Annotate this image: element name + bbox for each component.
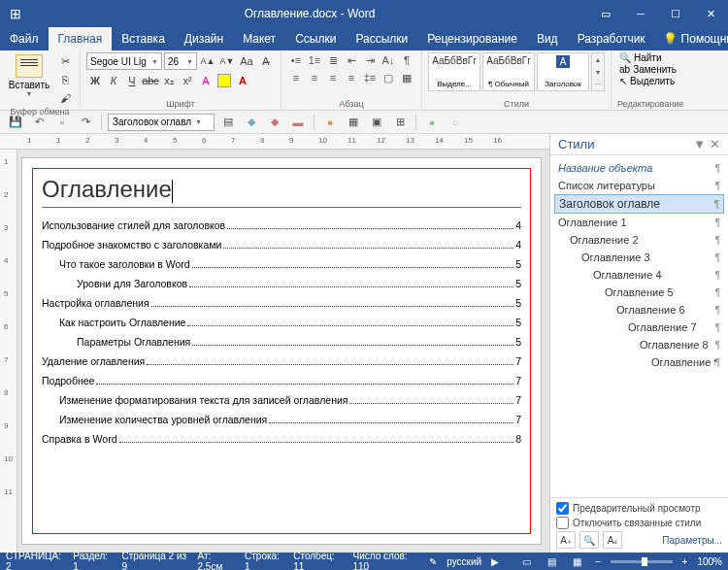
styles-params-link[interactable]: Параметры... — [662, 535, 722, 546]
status-section[interactable]: Раздел: 1 — [73, 551, 112, 570]
toc-entry[interactable]: Справка в Word8 — [42, 433, 521, 445]
style-item[interactable]: Оглавление 4¶ — [550, 266, 728, 284]
qa-btn-4[interactable]: ▬ — [288, 114, 308, 131]
tab-file[interactable]: Файл — [0, 27, 49, 50]
toc-entry[interactable]: Изменение форматирования текста для запи… — [42, 394, 521, 406]
font-color-button[interactable]: A — [234, 72, 251, 89]
toc-entry[interactable]: Подробнее7 — [42, 375, 521, 386]
toc-entry[interactable]: Подробное знакомство с заголовками4 — [42, 239, 521, 251]
status-page[interactable]: СТРАНИЦА: 2 — [6, 551, 63, 570]
toc-entry[interactable]: Уровни для Заголовков5 — [42, 278, 521, 289]
qa-btn-8[interactable]: ● — [422, 114, 442, 131]
vertical-ruler[interactable]: 1234567891011 — [0, 150, 17, 553]
qa-btn-1[interactable]: ▤ — [218, 114, 238, 131]
strikethrough-button[interactable]: abc — [142, 72, 159, 89]
format-painter-button[interactable]: 🖌 — [56, 89, 74, 107]
qa-btn-3[interactable]: ◆ — [265, 114, 284, 131]
select-button[interactable]: ↖Выделить — [617, 76, 684, 86]
status-page-of[interactable]: Страница 2 из 9 — [121, 551, 187, 570]
toc-entry[interactable]: Как настроить Оглавление5 — [42, 317, 521, 328]
qa-btn-5[interactable]: ▦ — [344, 114, 363, 131]
tab-design[interactable]: Дизайн — [175, 27, 233, 50]
document-page[interactable]: Оглавление Использование стилей для заго… — [21, 157, 542, 545]
qa-save-button[interactable]: 💾 — [6, 114, 25, 131]
tab-review[interactable]: Рецензирование — [417, 27, 527, 50]
sort-button[interactable]: A↓ — [380, 52, 397, 68]
superscript-button[interactable]: x² — [179, 72, 196, 89]
disable-linked-checkbox[interactable]: Отключить связанные стили — [556, 517, 722, 529]
toc-entry[interactable]: Изменение количества уровней оглавления7 — [42, 414, 521, 425]
pane-close-icon[interactable]: ✕ — [710, 137, 720, 151]
manage-styles-button[interactable]: Aₐ — [603, 531, 622, 549]
tab-mailings[interactable]: Рассылки — [346, 27, 417, 50]
status-language[interactable]: русский — [447, 556, 481, 567]
ribbon-display-options-button[interactable]: ▭ — [588, 0, 623, 27]
tab-view[interactable]: Вид — [527, 27, 568, 50]
style-item[interactable]: Оглавление 6¶ — [550, 301, 728, 319]
view-web-button[interactable]: ▦ — [570, 554, 585, 568]
toc-entry[interactable]: Удаление оглавления7 — [42, 355, 521, 367]
decrease-indent-button[interactable]: ⇤ — [343, 52, 360, 68]
find-button[interactable]: 🔍Найти — [617, 52, 684, 63]
minimize-button[interactable]: ─ — [623, 0, 658, 27]
replace-button[interactable]: abЗаменить — [617, 64, 684, 75]
zoom-level[interactable]: 100% — [697, 556, 722, 567]
toc-entry[interactable]: Настройка оглавления5 — [42, 297, 521, 309]
preview-checkbox[interactable]: Предварительный просмотр — [556, 502, 722, 515]
qa-btn-7[interactable]: ⊞ — [390, 114, 410, 131]
borders-button[interactable]: ▦ — [398, 70, 415, 85]
justify-button[interactable]: ≡ — [343, 70, 360, 85]
style-item[interactable]: Оглавление 2¶ — [550, 231, 728, 249]
font-size-select[interactable]: 26▼ — [164, 52, 197, 70]
font-name-select[interactable]: Segoe UI Lig▼ — [86, 52, 162, 70]
style-item[interactable]: Оглавление 9¶ — [550, 353, 728, 371]
status-macro-icon[interactable]: ▶ — [491, 556, 499, 567]
grow-font-button[interactable]: A▲ — [199, 52, 216, 70]
multilevel-button[interactable]: ≣ — [324, 52, 342, 68]
style-item[interactable]: Оглавление 3¶ — [550, 249, 728, 266]
close-button[interactable]: ✕ — [693, 0, 728, 27]
align-left-button[interactable]: ≡ — [287, 70, 305, 85]
style-item[interactable]: Оглавление 7¶ — [550, 319, 728, 336]
qa-style-select[interactable]: Заголовок оглавл▼ — [108, 114, 215, 131]
styles-list[interactable]: Название объекта¶Список литературы¶Загол… — [550, 155, 728, 497]
toc-entry[interactable]: Использование стилей для заголовков4 — [42, 219, 521, 231]
cut-button[interactable]: ✂ — [56, 52, 74, 70]
line-spacing-button[interactable]: ‡≡ — [361, 70, 379, 85]
tell-me[interactable]: 💡 Помощник... — [655, 27, 728, 50]
clear-formatting-button[interactable]: A̶ — [257, 52, 275, 70]
qa-new-button[interactable]: ▫ — [52, 114, 72, 131]
italic-button[interactable]: К — [105, 72, 122, 89]
show-marks-button[interactable]: ¶ — [398, 52, 415, 68]
paste-button[interactable]: Вставить ▼ — [6, 52, 52, 97]
status-column[interactable]: Столбец: 11 — [293, 551, 343, 570]
view-read-button[interactable]: ▭ — [518, 554, 534, 568]
numbering-button[interactable]: 1≡ — [306, 52, 323, 68]
zoom-out-button[interactable]: − — [595, 556, 601, 567]
style-item[interactable]: Заголовок оглавле¶ — [554, 194, 724, 214]
align-right-button[interactable]: ≡ — [324, 70, 342, 85]
bullets-button[interactable]: •≡ — [287, 52, 305, 68]
subscript-button[interactable]: x₂ — [160, 72, 178, 89]
maximize-button[interactable]: ☐ — [658, 0, 693, 27]
increase-indent-button[interactable]: ⇥ — [361, 52, 379, 68]
style-item[interactable]: Название объекта¶ — [550, 159, 728, 177]
style-thumb-2[interactable]: АаБбВвГг ¶ Обычный — [482, 52, 535, 91]
style-item[interactable]: Оглавление 5¶ — [550, 284, 728, 301]
qa-btn-9[interactable]: ○ — [446, 114, 465, 131]
view-print-button[interactable]: ▤ — [544, 554, 559, 568]
new-style-button[interactable]: A₊ — [556, 531, 576, 549]
tab-home[interactable]: Главная — [49, 27, 113, 50]
status-at[interactable]: Ат: 2,5см — [198, 551, 236, 570]
qa-btn-6[interactable]: ▣ — [367, 114, 386, 131]
toc-entry[interactable]: Что такое заголовки в Word5 — [42, 258, 521, 270]
tab-insert[interactable]: Вставка — [112, 27, 175, 50]
style-inspector-button[interactable]: 🔍 — [579, 531, 599, 549]
style-thumb-3[interactable]: А Заголовок — [537, 52, 589, 91]
tab-layout[interactable]: Макет — [233, 27, 285, 50]
style-thumb-1[interactable]: АаБбВвГг Выделе... — [428, 52, 480, 91]
change-case-button[interactable]: Aa — [238, 52, 255, 70]
align-center-button[interactable]: ≡ — [306, 70, 323, 85]
copy-button[interactable]: ⎘ — [56, 71, 74, 88]
shrink-font-button[interactable]: A▼ — [218, 52, 236, 70]
